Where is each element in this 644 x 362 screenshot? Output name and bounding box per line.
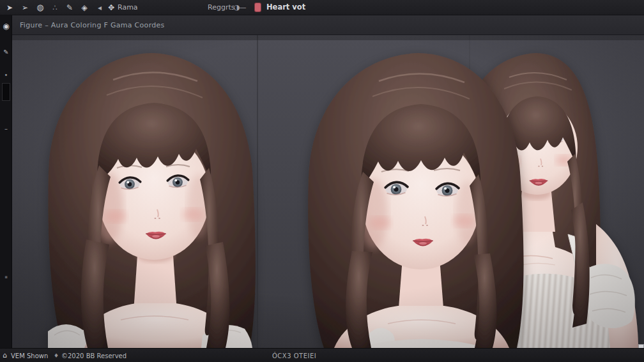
target-icon[interactable]: ◉ bbox=[0, 22, 12, 31]
lasso-tool-icon[interactable]: ∴ bbox=[49, 2, 61, 13]
prev-tool-icon[interactable]: ◂ bbox=[94, 2, 105, 13]
status-center-label: ÓCX3 OTEIEI bbox=[272, 352, 316, 359]
left-tool-sidebar: ◉ ✎ • – ▪ bbox=[0, 15, 12, 362]
brush-tool-icon[interactable]: ✎ bbox=[64, 2, 75, 13]
status-bar: ⌂ VEM Shown ♦ ©2020 BB Reserved ÓCX3 OTE… bbox=[0, 348, 644, 362]
tool-group-label: Rama bbox=[118, 3, 138, 11]
home-icon[interactable]: ⌂ bbox=[3, 351, 7, 359]
status-view-label: VEM Shown bbox=[11, 352, 48, 359]
minus-handle[interactable]: – bbox=[0, 125, 12, 132]
character-render bbox=[12, 35, 644, 348]
top-toolbar: ➤ ➢ ◍ ∴ ✎ ◈ ◂ ✥ Rama Reggrts ◑— Heart vo… bbox=[0, 0, 644, 15]
color-swatch[interactable] bbox=[2, 83, 10, 101]
transform-tool-icon[interactable]: ✥ bbox=[105, 2, 117, 13]
viewport-canvas[interactable] bbox=[12, 35, 644, 348]
app-window: ➤ ➢ ◍ ∴ ✎ ◈ ◂ ✥ Rama Reggrts ◑— Heart vo… bbox=[0, 0, 644, 362]
shape-tool-icon[interactable]: ◈ bbox=[79, 2, 90, 13]
pen-icon[interactable]: ✎ bbox=[0, 49, 12, 56]
marker-icon: ▪ bbox=[0, 275, 12, 280]
color-swatch-icon[interactable] bbox=[255, 3, 261, 11]
diamond-separator-icon: ♦ bbox=[54, 352, 59, 359]
viewport-title: Figure – Aura Coloring F Gama Coordes bbox=[20, 21, 165, 29]
status-copyright: ©2020 BB Reserved bbox=[61, 352, 126, 359]
dot-indicator: • bbox=[0, 72, 12, 79]
move-tool-icon[interactable]: ➤ bbox=[4, 2, 15, 13]
select-tool-icon[interactable]: ➢ bbox=[19, 2, 31, 13]
toolbar-mode-label[interactable]: Heart vot bbox=[266, 3, 305, 11]
viewport-header: Figure – Aura Coloring F Gama Coordes bbox=[12, 15, 644, 35]
toolbar-menu-label[interactable]: Reggrts bbox=[208, 3, 234, 11]
ellipse-tool-icon[interactable]: ◍ bbox=[34, 2, 46, 13]
toggle-slider-icon[interactable]: ◑— bbox=[234, 3, 246, 11]
